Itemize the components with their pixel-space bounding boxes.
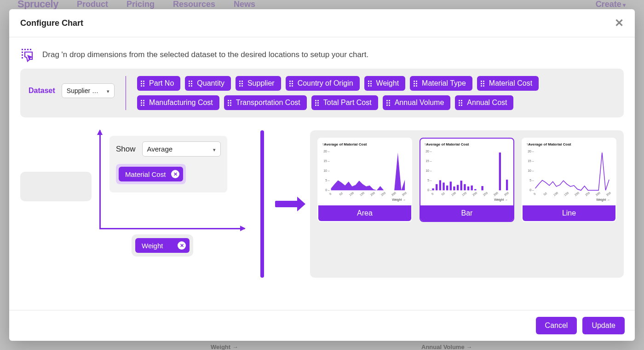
axes-drop-zone: Show Average Material Cost ✕: [20, 130, 249, 278]
svg-text:0 –: 0 –: [325, 188, 330, 192]
cancel-button[interactable]: Cancel: [536, 317, 577, 334]
svg-rect-41: [453, 187, 455, 190]
dimension-pill-label: Total Part Cost: [323, 99, 372, 107]
svg-text:10 –: 10 –: [323, 169, 330, 172]
dimension-pill-label: Material Type: [422, 79, 466, 88]
chart-type-line[interactable]: Average of Material Cost 0 –5 –10 –15 –2…: [522, 138, 616, 222]
y-selected-label: Material Cost: [125, 170, 166, 178]
svg-rect-36: [436, 184, 437, 190]
chart-preview-title: Average of Material Cost: [322, 142, 408, 146]
chevron-down-icon: [209, 145, 216, 153]
svg-rect-45: [467, 187, 469, 190]
dimension-pill-total-part-cost[interactable]: Total Part Cost: [311, 95, 378, 110]
dimension-list: Part NoQuantitySupplierCountry of Origin…: [137, 76, 615, 110]
grip-icon: [228, 100, 231, 106]
svg-rect-6: [22, 57, 23, 58]
series-drop-zone[interactable]: [20, 172, 92, 201]
dimension-pill-label: Annual Cost: [467, 99, 507, 107]
svg-text:50: 50: [441, 192, 445, 196]
svg-text:350: 350: [503, 191, 509, 197]
svg-rect-38: [443, 182, 444, 190]
dimension-pill-label: Quantity: [197, 79, 224, 88]
remove-x-dimension-icon[interactable]: ✕: [178, 241, 186, 250]
dimension-pill-country-of-origin[interactable]: Country of Origin: [286, 76, 360, 91]
svg-text:20 –: 20 –: [528, 150, 534, 153]
svg-rect-47: [474, 189, 476, 191]
aggregation-select[interactable]: Average: [142, 141, 221, 157]
dimension-pill-supplier[interactable]: Supplier: [236, 76, 281, 91]
svg-text:250: 250: [482, 191, 488, 197]
grip-icon: [239, 81, 243, 87]
dimension-pill-label: Manufacturing Cost: [149, 99, 213, 107]
svg-text:250: 250: [380, 191, 386, 197]
svg-rect-40: [450, 181, 452, 190]
grip-icon: [141, 100, 144, 106]
svg-rect-35: [432, 188, 434, 190]
svg-text:300: 300: [595, 191, 601, 197]
x-selected-dimension[interactable]: Weight ✕: [135, 238, 190, 253]
dimension-pill-manufacturing-cost[interactable]: Manufacturing Cost: [137, 95, 219, 110]
dimension-pill-label: Annual Volume: [395, 99, 444, 107]
chart-preview-title: Average of Material Cost: [424, 142, 510, 146]
chevron-down-icon: [103, 87, 109, 94]
preview-panel: Average of Material Cost 0 –5 –10 –15 –2…: [310, 130, 624, 278]
svg-rect-49: [499, 152, 501, 190]
chart-type-bar[interactable]: Average of Material Cost 0 –5 –10 –15 –2…: [420, 138, 514, 222]
show-label: Show: [116, 145, 136, 154]
grip-icon: [315, 100, 319, 106]
svg-text:20 –: 20 –: [426, 150, 432, 153]
svg-text:5 –: 5 –: [325, 179, 330, 182]
x-selected-label: Weight: [142, 242, 163, 250]
dimension-pill-transportation-cost[interactable]: Transportation Cost: [224, 95, 307, 110]
remove-y-dimension-icon[interactable]: ✕: [171, 170, 179, 178]
svg-text:150: 150: [359, 191, 365, 197]
svg-text:100: 100: [349, 191, 355, 197]
modal-footer: Cancel Update: [9, 310, 635, 341]
svg-rect-2: [27, 49, 29, 50]
dimension-pill-annual-cost[interactable]: Annual Cost: [455, 95, 513, 110]
svg-rect-37: [439, 180, 441, 190]
dimension-pill-quantity[interactable]: Quantity: [185, 76, 231, 91]
svg-text:350: 350: [401, 191, 407, 197]
y-axis-drop-zone[interactable]: Show Average Material Cost ✕: [109, 136, 227, 192]
x-axis-drop-zone[interactable]: Weight ✕: [132, 234, 193, 257]
svg-text:5 –: 5 –: [427, 179, 432, 182]
dimension-pill-label: Transportation Cost: [236, 99, 300, 107]
dimension-pill-part-no[interactable]: Part No: [137, 76, 180, 91]
dimension-pill-weight[interactable]: Weight: [364, 76, 406, 91]
svg-text:50: 50: [339, 192, 343, 196]
svg-text:0: 0: [329, 192, 332, 196]
chart-type-label: Line: [523, 205, 615, 221]
dimension-pill-material-type[interactable]: Material Type: [410, 76, 472, 91]
x-axis-arrow-icon: [99, 228, 245, 229]
svg-text:15 –: 15 –: [528, 159, 534, 163]
dimension-pill-material-cost[interactable]: Material Cost: [477, 76, 539, 91]
dimension-pill-annual-volume[interactable]: Annual Volume: [383, 95, 451, 110]
dataset-select[interactable]: Supplier …: [62, 83, 115, 98]
arrow-right-icon: [275, 201, 299, 207]
svg-rect-43: [460, 181, 462, 190]
svg-text:150: 150: [564, 191, 569, 197]
svg-text:100: 100: [451, 191, 457, 197]
configure-chart-modal: Configure Chart ✕ Drag 'n drop dimension…: [9, 9, 635, 341]
svg-text:100: 100: [553, 191, 559, 197]
chart-type-area[interactable]: Average of Material Cost 0 –5 –10 –15 –2…: [317, 138, 412, 222]
svg-text:300: 300: [493, 191, 499, 197]
svg-text:Weight →: Weight →: [392, 198, 406, 202]
svg-text:15 –: 15 –: [323, 159, 330, 163]
grip-icon: [368, 81, 372, 87]
dimension-pill-label: Weight: [376, 79, 399, 88]
dataset-select-value: Supplier …: [67, 87, 98, 94]
svg-text:0 –: 0 –: [427, 188, 432, 192]
vertical-separator: [126, 76, 126, 110]
svg-text:10 –: 10 –: [426, 169, 432, 172]
modal-header: Configure Chart ✕: [9, 9, 635, 37]
update-button[interactable]: Update: [582, 317, 625, 334]
aggregation-value: Average: [147, 145, 209, 153]
svg-text:0: 0: [431, 192, 434, 196]
intro-text: Drag 'n drop dimensions from the selecte…: [42, 50, 368, 59]
y-selected-dimension[interactable]: Material Cost ✕: [119, 167, 183, 181]
close-icon[interactable]: ✕: [615, 18, 624, 29]
svg-text:0 –: 0 –: [529, 188, 534, 192]
svg-rect-42: [457, 185, 459, 190]
